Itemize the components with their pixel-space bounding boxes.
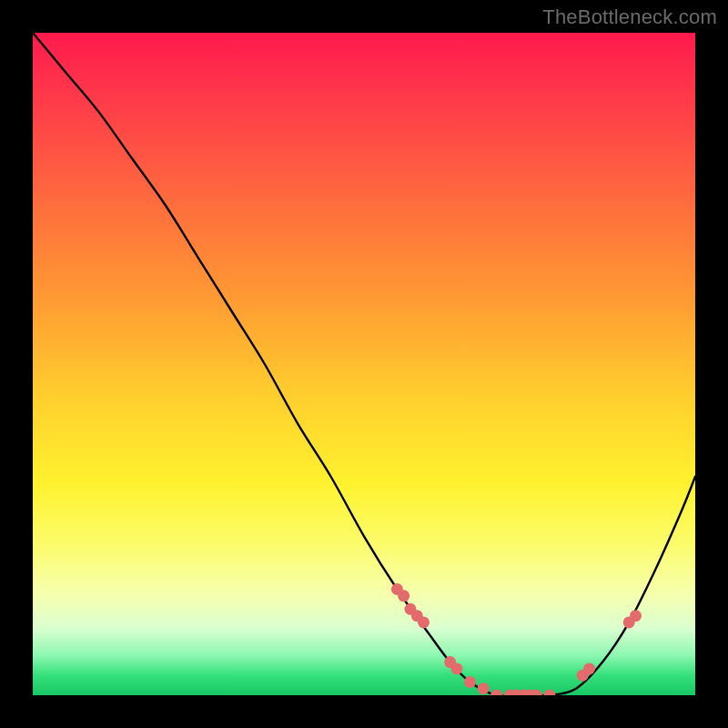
- data-point: [418, 616, 430, 628]
- data-point: [490, 690, 502, 696]
- plot-area: [33, 33, 695, 695]
- data-point: [464, 676, 476, 688]
- data-point: [543, 690, 555, 696]
- attribution-text: TheBottleneck.com: [542, 5, 717, 29]
- bottleneck-curve: [33, 33, 695, 695]
- data-point: [398, 590, 410, 602]
- chart-frame: TheBottleneck.com: [0, 0, 728, 728]
- data-point: [583, 662, 595, 674]
- data-point: [478, 682, 490, 694]
- data-point: [630, 610, 642, 622]
- curve-layer: [33, 33, 695, 695]
- data-point: [450, 662, 462, 674]
- highlighted-points: [391, 583, 642, 695]
